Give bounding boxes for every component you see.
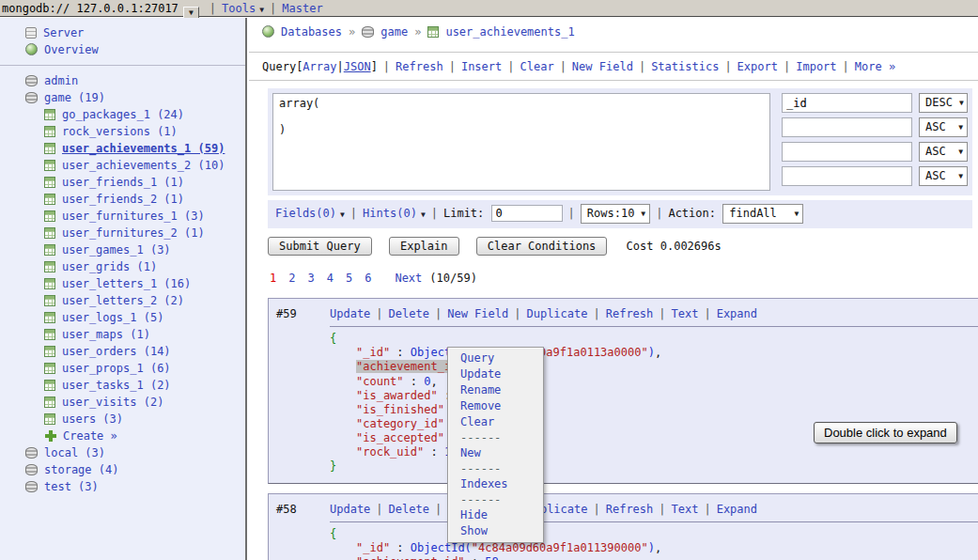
- sidebar-item-collection[interactable]: user_furnitures_2 (1): [0, 225, 245, 241]
- record-action-update[interactable]: Update: [330, 307, 370, 320]
- next-page-link[interactable]: Next: [395, 272, 422, 285]
- menu-item-clear[interactable]: Clear: [448, 414, 543, 430]
- sidebar-item-collection[interactable]: user_maps (1): [0, 326, 245, 343]
- sort-field-input[interactable]: [782, 142, 912, 162]
- action-select[interactable]: findAll▼: [722, 204, 803, 224]
- sort-dir-select[interactable]: ASC▼: [919, 117, 968, 137]
- page-link[interactable]: 4: [327, 272, 334, 285]
- collection-link[interactable]: user_props_1 (6): [62, 362, 171, 375]
- sidebar-item-db[interactable]: storage (4): [0, 461, 245, 478]
- sort-dir-select[interactable]: ASC▼: [919, 166, 968, 186]
- sidebar-item-db[interactable]: test (3): [0, 478, 245, 495]
- menu-item-query[interactable]: Query: [448, 350, 543, 366]
- hints-dropdown[interactable]: Hints(0): [363, 207, 417, 220]
- page-link[interactable]: 3: [307, 272, 314, 285]
- record-action-delete[interactable]: Delete: [389, 307, 429, 320]
- sidebar-item-collection[interactable]: go_packages_1 (24): [0, 106, 245, 123]
- page-link[interactable]: 6: [365, 272, 371, 285]
- toolbar-link-export[interactable]: Export: [737, 60, 778, 73]
- view-array-link[interactable]: Array: [303, 60, 336, 73]
- sidebar-item-overview[interactable]: Overview: [0, 41, 245, 58]
- sidebar-item-collection[interactable]: user_props_1 (6): [0, 360, 245, 377]
- sidebar-item-game[interactable]: game (19): [0, 89, 245, 106]
- collection-link[interactable]: rock_versions (1): [62, 125, 178, 138]
- sidebar-item-server[interactable]: Server: [0, 24, 245, 41]
- menu-item-update[interactable]: Update: [448, 366, 543, 382]
- record-action-update[interactable]: Update: [330, 503, 370, 516]
- sidebar-create-collection[interactable]: Create »: [0, 428, 245, 444]
- sort-field-input[interactable]: [782, 93, 912, 113]
- admin-db-link[interactable]: admin: [44, 74, 78, 87]
- fields-dropdown[interactable]: Fields(0): [275, 207, 336, 220]
- record-action-expand[interactable]: Expand: [717, 307, 757, 320]
- collection-link[interactable]: user_furnitures_1 (3): [62, 210, 205, 223]
- menu-item-indexes[interactable]: Indexes: [448, 476, 543, 492]
- menu-item-show[interactable]: Show: [448, 523, 543, 539]
- sidebar-item-collection[interactable]: user_orders (14): [0, 343, 245, 360]
- sidebar-item-collection[interactable]: user_achievements_1 (59): [0, 140, 245, 157]
- toolbar-link-insert[interactable]: Insert: [461, 60, 502, 73]
- toolbar-link-statistics[interactable]: Statistics: [651, 60, 719, 73]
- sidebar-item-collection[interactable]: user_letters_1 (16): [0, 275, 245, 292]
- collection-link[interactable]: user_furnitures_2 (1): [62, 226, 205, 240]
- limit-input[interactable]: [491, 205, 563, 222]
- clear-conditions-button[interactable]: Clear Conditions: [476, 237, 608, 256]
- collection-link[interactable]: user_friends_1 (1): [62, 176, 184, 189]
- collection-link[interactable]: user_logs_1 (5): [62, 311, 163, 324]
- sidebar-item-collection[interactable]: user_grids (1): [0, 258, 245, 275]
- collection-link[interactable]: user_orders (14): [62, 345, 171, 358]
- sidebar-item-collection[interactable]: user_achievements_2 (10): [0, 157, 245, 174]
- record-action-new-field[interactable]: New Field: [447, 307, 508, 320]
- db-link[interactable]: storage (4): [44, 463, 118, 476]
- sidebar-item-collection[interactable]: users (3): [0, 411, 245, 428]
- collection-link[interactable]: user_games_1 (3): [62, 243, 171, 257]
- create-link[interactable]: Create »: [63, 429, 117, 443]
- collection-link[interactable]: user_achievements_1 (59): [62, 142, 225, 155]
- page-link[interactable]: 2: [288, 272, 295, 285]
- toolbar-link-more-[interactable]: More »: [855, 60, 895, 73]
- tools-menu[interactable]: Tools: [222, 2, 256, 15]
- view-json-link[interactable]: JSON: [344, 60, 371, 73]
- sidebar-item-collection[interactable]: rock_versions (1): [0, 123, 245, 140]
- server-link[interactable]: Server: [43, 26, 84, 39]
- game-db-link[interactable]: game (19): [44, 91, 105, 104]
- collection-link[interactable]: user_friends_2 (1): [62, 193, 184, 206]
- record-action-text[interactable]: Text: [672, 307, 699, 320]
- sidebar-item-collection[interactable]: user_visits (2): [0, 394, 245, 411]
- rows-select[interactable]: Rows:10▼: [581, 204, 650, 224]
- collection-link[interactable]: user_maps (1): [62, 328, 150, 341]
- record-action-expand[interactable]: Expand: [717, 503, 757, 516]
- record-action-delete[interactable]: Delete: [389, 503, 429, 516]
- menu-item-hide[interactable]: Hide: [448, 507, 543, 523]
- sidebar-item-collection[interactable]: user_furnitures_1 (3): [0, 208, 245, 225]
- collection-link[interactable]: user_grids (1): [62, 260, 157, 273]
- menu-item-new[interactable]: New: [448, 445, 543, 461]
- master-link[interactable]: Master: [282, 2, 322, 15]
- breadcrumb-databases[interactable]: Databases: [281, 25, 342, 39]
- collection-link[interactable]: users (3): [62, 412, 123, 426]
- submit-query-button[interactable]: Submit Query: [268, 237, 372, 256]
- overview-link[interactable]: Overview: [44, 43, 99, 56]
- sidebar-item-collection[interactable]: user_friends_1 (1): [0, 174, 245, 191]
- db-link[interactable]: local (3): [44, 446, 105, 459]
- collection-link[interactable]: user_visits (2): [62, 396, 163, 409]
- breadcrumb-collection[interactable]: user_achievements_1: [445, 25, 574, 39]
- toolbar-link-import[interactable]: Import: [796, 60, 836, 73]
- toolbar-link-new-field[interactable]: New Field: [572, 60, 633, 73]
- sidebar-item-collection[interactable]: user_logs_1 (5): [0, 309, 245, 326]
- explain-button[interactable]: Explain: [389, 237, 459, 256]
- sidebar-item-collection[interactable]: user_letters_2 (2): [0, 292, 245, 309]
- sort-field-input[interactable]: [782, 117, 912, 137]
- sort-dir-select[interactable]: ASC▼: [919, 142, 968, 162]
- db-link[interactable]: test (3): [44, 480, 99, 493]
- sidebar-item-collection[interactable]: user_tasks_1 (2): [0, 377, 245, 394]
- sort-field-input[interactable]: [782, 166, 912, 186]
- collection-link[interactable]: user_letters_2 (2): [62, 294, 184, 307]
- menu-item-remove[interactable]: Remove: [448, 398, 543, 414]
- toolbar-link-clear[interactable]: Clear: [520, 60, 554, 73]
- sort-dir-select[interactable]: DESC▼: [919, 93, 968, 113]
- record-action-duplicate[interactable]: Duplicate: [526, 307, 587, 320]
- menu-item-rename[interactable]: Rename: [448, 382, 543, 398]
- sidebar-item-db[interactable]: local (3): [0, 444, 245, 461]
- collection-link[interactable]: go_packages_1 (24): [62, 108, 184, 121]
